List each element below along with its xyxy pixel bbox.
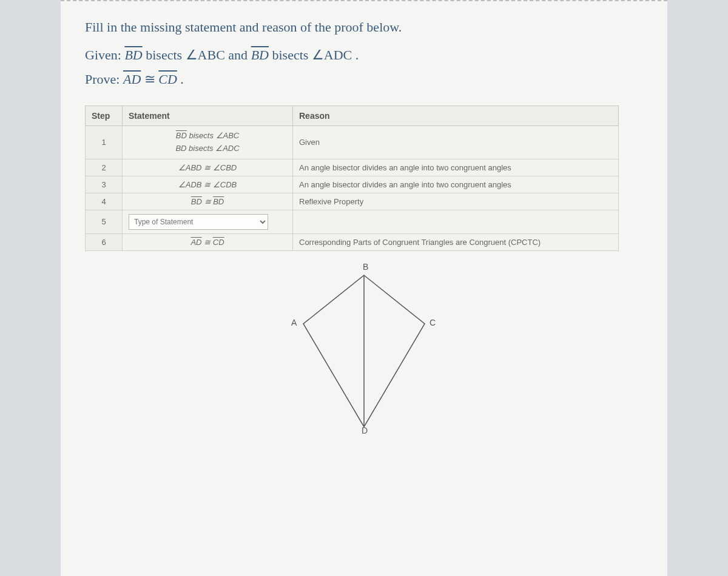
table-row: 5 Type of Statement — [86, 210, 619, 233]
table-row: 3 ADB CDB An angle bisector divides an a… — [86, 176, 619, 193]
worksheet-page: Fill in the missing statement and reason… — [61, 0, 667, 576]
statement-cell: AD CD — [123, 233, 293, 250]
reason-cell: Given — [293, 126, 619, 159]
statement-cell: BD BD — [123, 193, 293, 210]
vertex-b: B — [363, 262, 368, 272]
step-num: 2 — [86, 159, 123, 176]
instruction-text: Fill in the missing statement and reason… — [85, 19, 643, 35]
vertex-a: A — [291, 318, 297, 327]
prove-line: Prove: AD CD . — [85, 72, 643, 87]
table-row: 6 AD CD Corresponding Parts of Congruent… — [86, 233, 619, 250]
given-prefix: Given: — [85, 47, 124, 62]
reason-cell: An angle bisector divides an angle into … — [293, 176, 619, 193]
given-and: and — [228, 47, 251, 62]
angle-abc: ABC — [186, 47, 225, 62]
step-num: 4 — [86, 193, 123, 210]
step-num: 3 — [86, 176, 123, 193]
reason-cell: Corresponding Parts of Congruent Triangl… — [293, 233, 619, 250]
statement-cell: ABD CBD — [123, 159, 293, 176]
proof-table: Step Statement Reason 1 BD bisects ABC — [85, 105, 619, 251]
table-row: 1 BD bisects ABC BD bisects ADC — [86, 126, 619, 159]
seg-bd-1: BD — [124, 47, 142, 62]
vertex-c: C — [430, 318, 436, 327]
statement-cell: ADB CDB — [123, 176, 293, 193]
header-reason: Reason — [293, 106, 619, 126]
kite-diagram: B A C D — [273, 263, 455, 433]
step-num: 1 — [86, 126, 123, 159]
given-bisects-1: bisects — [146, 47, 185, 62]
given-period: . — [356, 47, 359, 62]
given-line: Given: BD bisects ABC and BD bisects ADC… — [85, 47, 643, 63]
statement-cell: Type of Statement — [123, 210, 293, 233]
step-num: 6 — [86, 233, 123, 250]
prove-prefix: Prove: — [85, 72, 123, 87]
header-step: Step — [86, 106, 123, 126]
prove-period: . — [180, 72, 184, 87]
given-bisects-2: bisects — [272, 47, 311, 62]
step-num: 5 — [86, 210, 123, 233]
table-row: 4 BD BD Reflexive Property — [86, 193, 619, 210]
angle-adc: ADC — [312, 47, 352, 62]
seg-cd: CD — [158, 72, 177, 87]
vertex-d: D — [362, 426, 368, 435]
reason-cell: An angle bisector divides an angle into … — [293, 159, 619, 176]
header-statement: Statement — [123, 106, 293, 126]
statement-type-select[interactable]: Type of Statement — [129, 214, 268, 230]
kite-svg — [273, 263, 455, 433]
seg-bd-2: BD — [251, 47, 269, 62]
statement-cell: BD bisects ABC BD bisects ADC — [123, 126, 293, 159]
cong-symbol — [144, 72, 159, 87]
table-row: 2 ABD CBD An angle bisector divides an a… — [86, 159, 619, 176]
proof-table-area: Step Statement Reason 1 BD bisects ABC — [85, 105, 643, 433]
seg-ad: AD — [123, 72, 141, 87]
reason-cell: Reflexive Property — [293, 193, 619, 210]
reason-cell[interactable] — [293, 210, 619, 233]
